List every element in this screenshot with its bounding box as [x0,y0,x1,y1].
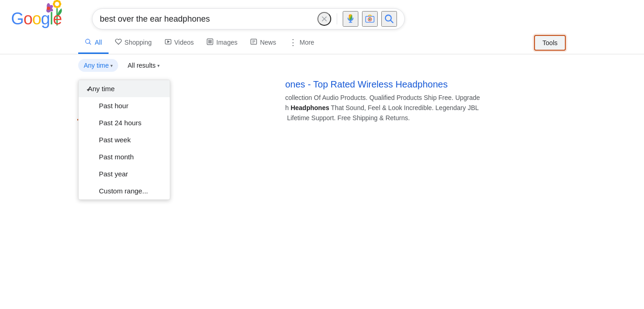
svg-line-21 [89,42,91,44]
clear-button[interactable] [317,12,331,26]
time-filter-button[interactable]: Any time ▾ [78,59,118,72]
svg-point-3 [53,1,62,6]
svg-line-19 [391,20,393,23]
all-search-icon [85,38,92,47]
dropdown-item-past-hour[interactable]: Past hour [79,97,170,114]
dropdown-item-custom-range-label: Custom range... [99,187,148,195]
dropdown-item-past-year[interactable]: Past year [79,165,170,182]
news-icon [250,38,257,47]
tab-all[interactable]: All [78,33,109,54]
result-bold-text: Headphones [291,104,329,111]
chevron-down-icon: ▾ [110,63,113,68]
tab-news[interactable]: News [244,33,282,53]
dropdown-item-any-time[interactable]: ✓ Any time [79,80,170,97]
svg-point-6 [47,3,50,9]
tools-button-wrapper: Tools [534,32,566,53]
search-bar-container: best over the ear headphones [92,8,405,29]
svg-rect-28 [210,42,212,43]
svg-rect-25 [209,40,210,41]
nav-tabs: All Shopping Videos Ima [0,31,644,54]
tools-button[interactable]: Tools [534,35,566,51]
voice-search-button[interactable] [343,11,358,27]
images-icon [207,38,213,47]
dropdown-item-past-week-label: Past week [99,136,131,144]
result-title[interactable]: ones - Top Rated Wireless Headphones [285,79,566,90]
logo-wrapper: Google [11,9,62,29]
search-submit-button[interactable] [381,11,397,27]
dropdown-item-past-year-label: Past year [99,170,128,178]
svg-point-10 [55,2,59,6]
svg-rect-24 [207,39,213,45]
logo-letter-l: l [50,9,53,29]
tab-shopping[interactable]: Shopping [109,33,158,53]
logo-area: Google [11,9,85,29]
logo-letter-e: e [53,9,62,29]
videos-icon [165,38,172,47]
tab-videos[interactable]: Videos [158,33,201,53]
header: Google best over the ear headphones [0,0,644,29]
tab-more-label: More [299,39,314,46]
more-dots-icon: ⋮ [289,37,297,47]
tab-news-label: News [260,39,276,46]
tab-videos-label: Videos [174,39,194,46]
dropdown-item-custom-range[interactable]: Custom range... [79,182,170,199]
svg-point-4 [52,0,62,9]
svg-point-17 [369,18,371,20]
image-search-button[interactable] [362,11,378,27]
time-dropdown: ✓ Any time Past hour Past 24 hours Past … [78,80,170,200]
logo-letter-o2: o [32,9,41,29]
logo-letter-g: G [11,9,23,29]
tab-images[interactable]: Images [200,33,244,53]
svg-rect-26 [210,40,212,41]
tab-all-label: All [95,39,102,46]
svg-point-1 [55,0,60,8]
checkmark-icon: ✓ [86,85,92,93]
results-filter-button[interactable]: All results ▾ [122,59,165,72]
dropdown-item-any-time-label: Any time [88,85,115,93]
results-chevron-icon: ▾ [157,63,160,68]
dropdown-item-past-month[interactable]: Past month [79,148,170,165]
shopping-icon [115,38,122,47]
search-submit-icon [384,14,394,24]
search-bar: best over the ear headphones [92,8,405,29]
time-filter-label: Any time [84,62,109,69]
dropdown-item-past-24-hours[interactable]: Past 24 hours [79,114,170,131]
dropdown-item-past-month-label: Past month [99,153,134,161]
result-snippet: collection Of Audio Products. Qualified … [285,93,561,123]
svg-marker-23 [167,41,169,43]
search-divider [337,13,337,24]
tab-images-label: Images [216,39,237,46]
dropdown-item-past-hour-label: Past hour [99,102,128,110]
google-logo[interactable]: Google [11,9,62,29]
dropdown-item-past-24-hours-label: Past 24 hours [99,119,142,127]
microphone-icon [345,14,356,24]
svg-point-2 [52,0,62,9]
close-icon [320,15,328,23]
logo-letter-o1: o [23,9,32,29]
tab-more[interactable]: ⋮ More [282,32,321,54]
dropdown-item-past-week[interactable]: Past week [79,131,170,148]
tab-shopping-label: Shopping [125,39,152,46]
svg-rect-27 [209,42,210,43]
search-input[interactable]: best over the ear headphones [100,14,314,24]
logo-letter-g2: g [41,9,50,29]
results-filter-label: All results [127,62,155,69]
camera-icon [365,14,375,24]
